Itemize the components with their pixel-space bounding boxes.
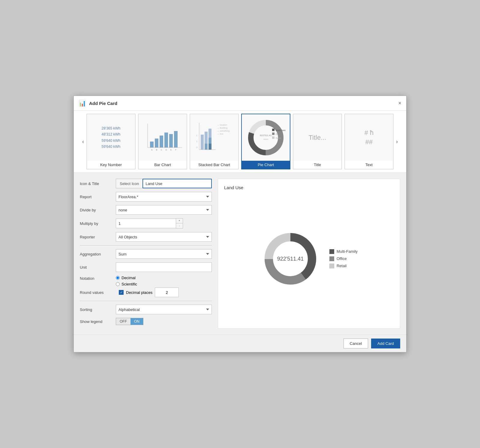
prev-chart-arrow[interactable]: ‹ — [80, 139, 86, 145]
modal-body: Icon & Title Select Icon Report FloorAre… — [74, 173, 406, 335]
show-legend-row: Show legend OFF ON — [80, 318, 212, 325]
title-preview-box: Title... — [293, 114, 341, 161]
svg-rect-38 — [272, 136, 274, 139]
next-chart-arrow[interactable]: › — [394, 139, 400, 145]
bar-chart-svg: A B C D E F — [142, 121, 184, 154]
notation-scientific-radio[interactable] — [116, 282, 120, 286]
kn-line-4: 59'640 kWh — [102, 144, 121, 150]
add-pie-card-modal: 📊 Add Pie Card × ‹ 28'365 kWh 48'312 kWh… — [74, 96, 406, 352]
divider-1 — [80, 245, 212, 246]
bar-chart-icon: 📊 — [79, 100, 86, 107]
icon-title-row: Icon & Title Select Icon — [80, 179, 212, 188]
svg-text:922'511.41: 922'511.41 — [260, 134, 272, 137]
legend-item-multifamily: Multi-Family — [329, 249, 358, 254]
text-preview-content: # ħ ## — [364, 128, 374, 147]
svg-text:C: C — [160, 149, 162, 151]
svg-text:D: D — [165, 149, 167, 151]
svg-text:— Building: — Building — [217, 127, 227, 129]
chart-option-title[interactable]: Title... Title — [293, 114, 342, 169]
svg-rect-23 — [208, 129, 212, 138]
legend-item-office: Office — [329, 256, 358, 261]
chart-option-title-label: Title — [293, 161, 341, 169]
legend-toggle-group: OFF ON — [116, 318, 143, 325]
divide-by-select[interactable]: none — [116, 205, 212, 215]
round-values-label: Round values — [80, 290, 116, 295]
svg-rect-20 — [201, 135, 204, 150]
text-preview-box: # ħ ## — [345, 114, 393, 161]
sorting-select[interactable]: Alphabetical Value Ascending Value Desce… — [116, 305, 212, 314]
add-card-button[interactable]: Add Card — [371, 339, 400, 348]
report-row: Report FloorArea.* — [80, 192, 212, 202]
stepper-buttons: + - — [176, 218, 183, 228]
pie-chart-preview: 922'511.41 centre Multi-Family Office Re… — [242, 114, 290, 161]
select-icon-button[interactable]: Select Icon — [116, 179, 142, 188]
decimal-places-input[interactable] — [155, 288, 179, 297]
chart-option-pie-chart[interactable]: 922'511.41 centre Multi-Family Office Re… — [241, 114, 290, 169]
close-button[interactable]: × — [398, 100, 401, 106]
modal-title: Add Pie Card — [89, 101, 117, 106]
notation-scientific-label: Scientific — [122, 282, 137, 286]
aggregation-label: Aggregation — [80, 252, 116, 256]
round-values-row: Round values Decimal places — [80, 288, 212, 297]
chart-option-stacked-bar[interactable]: — location — Building — something — text — [190, 114, 239, 169]
svg-text:3: 3 — [196, 146, 197, 148]
donut-center-value: 922'511.41 — [277, 255, 304, 262]
reporter-select[interactable]: All Objects — [116, 232, 212, 242]
notation-row: Notation Decimal Scientific — [80, 276, 212, 286]
svg-rect-22 — [205, 144, 208, 150]
unit-label: Unit — [80, 265, 116, 270]
aggregation-select[interactable]: Sum — [116, 249, 212, 259]
multiply-by-label: Multiply by — [80, 221, 116, 226]
modal-header: 📊 Add Pie Card × — [74, 96, 406, 111]
unit-input[interactable] — [116, 262, 212, 272]
stepper-down[interactable]: - — [176, 223, 183, 228]
notation-scientific-option[interactable]: Scientific — [116, 282, 137, 286]
legend-label-office: Office — [337, 256, 347, 261]
svg-text:Office: Office — [276, 133, 281, 135]
preview-content: 922'511.41 Multi-Family Office — [224, 195, 394, 322]
key-number-lines: 28'365 kWh 48'312 kWh 59'640 kWh 59'640 … — [99, 122, 124, 153]
stepper-up[interactable]: + — [176, 219, 183, 223]
notation-label: Notation — [80, 276, 116, 281]
report-select[interactable]: FloorArea.* — [116, 192, 212, 202]
legend-color-multifamily — [329, 249, 334, 254]
modal-footer: Cancel Add Card — [74, 335, 406, 352]
chart-options-list: 28'365 kWh 48'312 kWh 59'640 kWh 59'640 … — [86, 114, 394, 169]
legend-color-office — [329, 256, 334, 261]
chart-option-key-number-label: Key Number — [87, 161, 135, 169]
notation-decimal-radio[interactable] — [116, 276, 120, 280]
chart-option-key-number[interactable]: 28'365 kWh 48'312 kWh 59'640 kWh 59'640 … — [86, 114, 136, 169]
reporter-row: Reporter All Objects — [80, 232, 212, 242]
chart-option-bar-chart[interactable]: A B C D E F Bar Chart — [138, 114, 187, 169]
chart-option-text[interactable]: # ħ ## Text — [344, 114, 394, 169]
svg-text:B: B — [156, 149, 158, 151]
chart-type-selector: ‹ 28'365 kWh 48'312 kWh 59'640 kWh 59'64… — [74, 111, 406, 173]
notation-decimal-option[interactable]: Decimal — [116, 276, 137, 280]
svg-text:— location: — location — [217, 124, 227, 126]
legend-toggle-off[interactable]: OFF — [116, 318, 130, 325]
multiply-input[interactable] — [116, 219, 176, 228]
decimal-places-label: Decimal places — [126, 290, 152, 295]
svg-rect-5 — [164, 133, 168, 148]
stacked-bar-preview: — location — Building — something — text — [190, 114, 238, 161]
cancel-button[interactable]: Cancel — [344, 339, 368, 348]
svg-text:Multi-Family: Multi-Family — [276, 129, 285, 132]
divide-by-row: Divide by none — [80, 205, 212, 215]
legend-toggle-on[interactable]: ON — [130, 318, 143, 325]
svg-rect-6 — [169, 134, 173, 148]
round-values-checkbox[interactable] — [119, 290, 124, 295]
pie-preview-svg: 922'511.41 centre Multi-Family Office Re… — [246, 118, 285, 157]
svg-rect-25 — [208, 144, 212, 150]
round-values-controls: Decimal places — [119, 288, 179, 297]
kn-line-2: 48'312 kWh — [102, 131, 121, 137]
svg-rect-36 — [272, 133, 274, 135]
svg-rect-2 — [150, 142, 154, 148]
divide-by-label: Divide by — [80, 208, 116, 212]
svg-text:F: F — [175, 149, 176, 151]
svg-rect-7 — [174, 131, 178, 148]
svg-text:1: 1 — [196, 134, 197, 136]
donut-chart-container: 922'511.41 — [260, 229, 320, 289]
svg-text:2: 2 — [196, 140, 197, 142]
legend-label-retail: Retail — [337, 264, 346, 268]
title-input[interactable] — [142, 179, 212, 188]
